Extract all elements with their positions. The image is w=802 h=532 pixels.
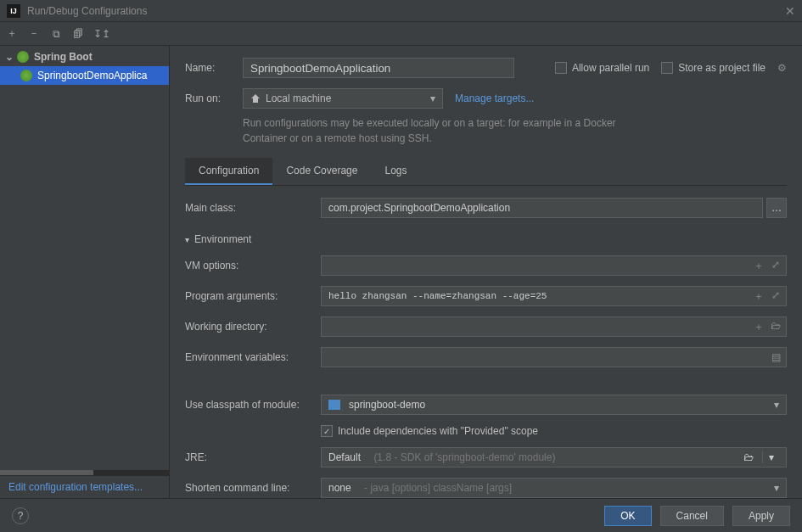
- module-icon: [328, 400, 340, 410]
- chevron-down-icon: ▾: [430, 92, 435, 104]
- env-vars-input[interactable]: [328, 351, 779, 363]
- insert-icon[interactable]: ＋: [752, 259, 766, 273]
- include-provided-label: Include dependencies with "Provided" sco…: [338, 425, 538, 437]
- main-class-field[interactable]: [321, 198, 763, 218]
- shorten-label: Shorten command line:: [185, 482, 321, 494]
- browse-folder-icon[interactable]: 🗁: [743, 451, 754, 463]
- environment-section-header[interactable]: ▾ Environment: [185, 228, 787, 255]
- checkbox-checked-icon: [321, 425, 333, 437]
- browse-main-class-button[interactable]: …: [766, 198, 787, 218]
- spring-boot-icon: [20, 70, 32, 81]
- insert-icon[interactable]: ＋: [752, 320, 766, 334]
- shorten-hint: - java [options] className [args]: [364, 482, 512, 494]
- chevron-down-icon: ▾: [185, 235, 189, 244]
- list-icon[interactable]: ▤: [769, 351, 782, 363]
- tabs: Configuration Code Coverage Logs: [185, 158, 787, 186]
- tab-logs[interactable]: Logs: [371, 158, 420, 185]
- run-on-label: Run on:: [185, 92, 231, 104]
- main-class-input[interactable]: [328, 202, 755, 214]
- expand-icon[interactable]: ⤢: [769, 259, 782, 273]
- tree-group-spring-boot[interactable]: ⌄ Spring Boot: [0, 48, 169, 66]
- run-on-combo[interactable]: Local machine ▾: [243, 88, 443, 109]
- chevron-down-icon: ▾: [774, 482, 779, 494]
- edit-config-templates-link[interactable]: Edit configuration templates...: [0, 475, 169, 498]
- jre-label: JRE:: [185, 451, 321, 463]
- remove-icon[interactable]: －: [27, 26, 41, 41]
- chevron-down-icon: ▾: [762, 451, 779, 463]
- shorten-value: none: [328, 482, 351, 494]
- allow-parallel-checkbox[interactable]: Allow parallel run: [555, 62, 649, 74]
- cancel-button[interactable]: Cancel: [660, 506, 724, 526]
- vm-options-label: VM options:: [185, 260, 321, 272]
- checkbox-icon: [661, 62, 673, 74]
- add-icon[interactable]: ＋: [5, 26, 19, 41]
- checkbox-icon: [555, 62, 567, 74]
- vm-options-field[interactable]: ＋ ⤢: [321, 255, 787, 276]
- sidebar-scrollbar[interactable]: [0, 470, 169, 475]
- vm-options-input[interactable]: [328, 260, 779, 272]
- app-icon: IJ: [7, 4, 20, 18]
- allow-parallel-label: Allow parallel run: [572, 62, 649, 74]
- classpath-combo[interactable]: springboot-demo ▾: [321, 395, 787, 415]
- working-dir-field[interactable]: ＋ 🗁: [321, 316, 787, 337]
- spring-boot-icon: [17, 51, 29, 63]
- classpath-label: Use classpath of module:: [185, 399, 321, 411]
- store-as-project-label: Store as project file: [678, 62, 766, 74]
- main-class-label: Main class:: [185, 202, 321, 214]
- chevron-down-icon: ▾: [774, 399, 779, 411]
- tab-code-coverage[interactable]: Code Coverage: [272, 158, 371, 185]
- jre-value: Default: [328, 451, 361, 463]
- save-icon[interactable]: 🗐: [71, 28, 85, 40]
- env-vars-label: Environment variables:: [185, 351, 321, 363]
- include-provided-checkbox[interactable]: Include dependencies with "Provided" sco…: [321, 425, 538, 437]
- program-args-input[interactable]: [328, 291, 779, 301]
- working-dir-label: Working directory:: [185, 321, 321, 333]
- browse-folder-icon[interactable]: 🗁: [769, 320, 782, 334]
- apply-button[interactable]: Apply: [732, 506, 790, 526]
- jre-hint: (1.8 - SDK of 'springboot-demo' module): [373, 451, 555, 463]
- run-on-hint: Run configurations may be executed local…: [185, 115, 626, 146]
- close-icon[interactable]: ✕: [785, 4, 795, 18]
- ok-button[interactable]: OK: [604, 506, 651, 526]
- tab-configuration[interactable]: Configuration: [185, 158, 272, 185]
- chevron-down-icon: ⌄: [5, 51, 14, 63]
- gear-icon[interactable]: ⚙: [777, 62, 787, 74]
- manage-targets-link[interactable]: Manage targets...: [455, 92, 534, 104]
- home-icon: [250, 93, 261, 104]
- env-vars-field[interactable]: ▤: [321, 347, 787, 367]
- sort-icon[interactable]: ↧↥: [93, 28, 107, 40]
- insert-icon[interactable]: ＋: [752, 289, 766, 304]
- tree-item-label: SpringbootDemoApplica: [37, 70, 147, 81]
- shorten-combo[interactable]: none - java [options] className [args] ▾: [321, 478, 787, 498]
- program-args-field[interactable]: ＋ ⤢: [321, 286, 787, 306]
- working-dir-input[interactable]: [328, 321, 779, 333]
- name-input[interactable]: [243, 58, 514, 78]
- classpath-value: springboot-demo: [349, 399, 425, 411]
- program-args-label: Program arguments:: [185, 290, 321, 302]
- environment-section-label: Environment: [194, 233, 251, 245]
- tree-item-springbootdemo[interactable]: SpringbootDemoApplica: [0, 66, 169, 85]
- expand-icon[interactable]: ⤢: [769, 289, 782, 304]
- store-as-project-checkbox[interactable]: Store as project file: [661, 62, 766, 74]
- config-tree: ⌄ Spring Boot SpringbootDemoApplica: [0, 46, 169, 470]
- tree-group-label: Spring Boot: [34, 51, 93, 63]
- run-on-value: Local machine: [266, 92, 331, 104]
- help-button[interactable]: ?: [12, 507, 29, 524]
- window-title: Run/Debug Configurations: [27, 5, 785, 17]
- jre-combo[interactable]: Default (1.8 - SDK of 'springboot-demo' …: [321, 447, 787, 468]
- copy-icon[interactable]: ⧉: [49, 28, 63, 40]
- name-label: Name:: [185, 62, 231, 74]
